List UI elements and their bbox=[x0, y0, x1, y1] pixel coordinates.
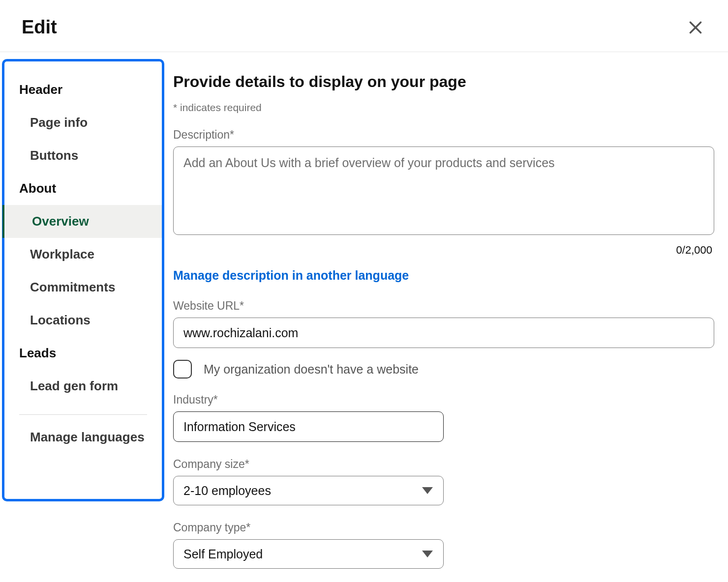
website-url-label: Website URL* bbox=[173, 299, 714, 313]
sidebar-item-manage-languages[interactable]: Manage languages bbox=[4, 421, 162, 454]
no-website-row: My organization doesn't have a website bbox=[173, 360, 714, 378]
sidebar-group-header: Header bbox=[4, 73, 162, 106]
close-icon[interactable] bbox=[687, 19, 704, 36]
sidebar-item-overview[interactable]: Overview bbox=[2, 205, 162, 238]
sidebar-item-buttons[interactable]: Buttons bbox=[4, 139, 162, 172]
sidebar-group-about: About bbox=[4, 172, 162, 205]
no-website-checkbox[interactable] bbox=[173, 360, 192, 378]
manage-description-language-link[interactable]: Manage description in another language bbox=[173, 268, 409, 283]
industry-label: Industry* bbox=[173, 393, 714, 407]
description-char-counter: 0/2,000 bbox=[173, 237, 714, 257]
required-note: * indicates required bbox=[173, 102, 714, 114]
sidebar: Header Page info Buttons About Overview … bbox=[0, 52, 167, 582]
industry-input[interactable] bbox=[173, 411, 444, 442]
sidebar-divider bbox=[19, 414, 147, 415]
content-area: Provide details to display on your page … bbox=[167, 52, 728, 582]
sidebar-item-locations[interactable]: Locations bbox=[4, 304, 162, 337]
sidebar-item-workplace[interactable]: Workplace bbox=[4, 238, 162, 271]
company-type-select[interactable] bbox=[173, 539, 444, 569]
sidebar-item-commitments[interactable]: Commitments bbox=[4, 271, 162, 304]
modal-title: Edit bbox=[22, 17, 57, 38]
company-size-select[interactable] bbox=[173, 476, 444, 505]
company-type-label: Company type* bbox=[173, 521, 714, 534]
modal-header: Edit bbox=[0, 0, 728, 52]
website-url-input[interactable] bbox=[173, 318, 714, 348]
page-heading: Provide details to display on your page bbox=[173, 73, 714, 91]
description-label: Description* bbox=[173, 128, 714, 142]
company-size-label: Company size* bbox=[173, 458, 714, 471]
description-textarea[interactable] bbox=[173, 146, 714, 235]
no-website-label: My organization doesn't have a website bbox=[204, 362, 419, 377]
edit-modal: Edit Header Page info Buttons About Over… bbox=[0, 0, 728, 582]
sidebar-item-page-info[interactable]: Page info bbox=[4, 106, 162, 139]
sidebar-group-leads: Leads bbox=[4, 337, 162, 370]
sidebar-item-lead-gen-form[interactable]: Lead gen form bbox=[4, 370, 162, 403]
